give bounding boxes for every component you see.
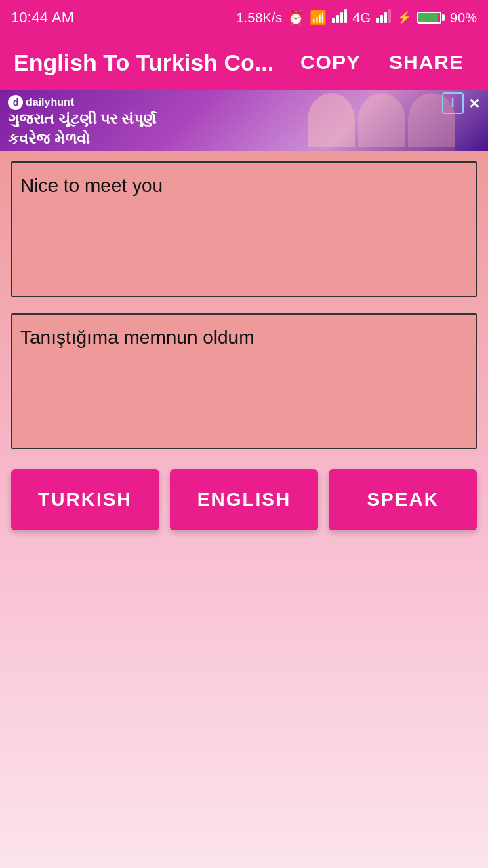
ad-line2: કવરેજ મેળવો	[8, 130, 156, 149]
network-speed: 1.58K/s	[236, 10, 282, 26]
ad-logo: d dailyhunt	[8, 95, 74, 110]
svg-rect-2	[340, 12, 343, 23]
carrier-label: 4G	[352, 10, 371, 26]
time: 10:44 AM	[11, 9, 74, 26]
toolbar: English To Turkish Co... COPY SHARE	[0, 35, 488, 90]
copy-button[interactable]: COPY	[289, 45, 371, 79]
status-bar: 10:44 AM 1.58K/s ⏰ 📶 4G ⚡	[0, 0, 488, 35]
ad-text: ગુજરાત ચૂંટણી પર સંપૂર્ણ કવરેજ મેળવો	[8, 110, 156, 149]
signal2-icon	[376, 9, 391, 26]
speak-button[interactable]: SPEAK	[329, 469, 477, 530]
svg-rect-4	[376, 18, 379, 23]
english-input-text: Nice to meet you	[20, 175, 163, 196]
close-icon: ×	[469, 93, 479, 114]
signal-icon	[332, 9, 347, 26]
battery-percent: 90%	[450, 10, 477, 26]
svg-rect-1	[336, 15, 339, 23]
main-content: Nice to meet you Tanıştığıma memnun oldu…	[0, 151, 488, 868]
ad-logo-icon: d	[8, 95, 23, 110]
charging-icon: ⚡	[396, 10, 411, 25]
ad-banner: d dailyhunt ગુજરાત ચૂંટણી પર સંપૂર્ણ કવર…	[0, 90, 488, 151]
wifi-icon: 📶	[310, 9, 327, 26]
svg-rect-6	[384, 12, 387, 23]
svg-rect-7	[388, 9, 391, 23]
turkish-button[interactable]: TURKISH	[11, 469, 159, 530]
share-button[interactable]: SHARE	[378, 45, 474, 79]
svg-rect-5	[380, 15, 383, 23]
ad-close-button[interactable]: ×	[464, 92, 485, 114]
action-buttons: TURKISH ENGLISH SPEAK	[11, 469, 477, 530]
status-left: 10:44 AM	[11, 9, 74, 26]
svg-rect-0	[332, 18, 335, 23]
turkish-output-box: Tanıştığıma memnun oldum	[11, 313, 477, 449]
alarm-icon: ⏰	[287, 9, 304, 26]
ad-logo-text: dailyhunt	[26, 96, 74, 108]
battery-icon	[417, 12, 445, 24]
app-title: English To Turkish Co...	[14, 50, 283, 76]
english-input-box[interactable]: Nice to meet you	[11, 161, 477, 297]
svg-rect-3	[344, 9, 347, 23]
ad-line1: ગુજરાત ચૂંટણી પર સંપૂર્ણ	[8, 110, 156, 130]
ad-info-button[interactable]: i	[442, 92, 464, 114]
status-right: 1.58K/s ⏰ 📶 4G ⚡	[236, 9, 477, 26]
english-button[interactable]: ENGLISH	[170, 469, 319, 530]
turkish-output-text: Tanıştığıma memnun oldum	[20, 327, 255, 348]
ad-faces	[279, 90, 455, 151]
